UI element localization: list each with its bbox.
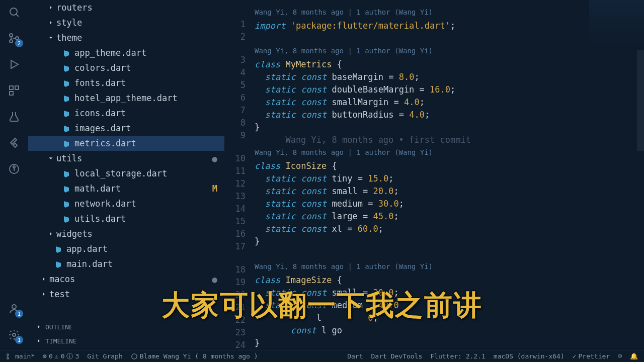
file-item[interactable]: hotel_app_theme.dart: [28, 90, 224, 106]
file-item[interactable]: main.dart: [28, 256, 224, 272]
svg-point-0: [10, 8, 17, 15]
svg-point-13: [13, 333, 16, 336]
panel-timeline[interactable]: TIMELINE: [28, 334, 224, 348]
file-tree[interactable]: routersstylethemeapp_theme.dartcolors.da…: [28, 0, 224, 320]
file-item[interactable]: network.dart: [28, 196, 224, 211]
folder-item[interactable]: routers: [28, 0, 224, 15]
folder-item[interactable]: theme: [28, 30, 224, 45]
folder-item[interactable]: utils●: [28, 151, 224, 166]
folder-item[interactable]: macos●: [28, 272, 224, 287]
source-control-icon[interactable]: 2: [7, 31, 21, 45]
file-item[interactable]: utils.dart: [28, 211, 224, 226]
svg-point-14: [7, 353, 9, 355]
debug-icon[interactable]: [7, 57, 21, 71]
flutter-icon[interactable]: [7, 136, 21, 150]
file-item[interactable]: images.dart: [28, 121, 224, 136]
code-lens[interactable]: Wang Yi, 8 months ago | 1 author (Wang Y…: [255, 45, 644, 58]
code-lens[interactable]: Wang Yi, 8 months ago | 1 author (Wang Y…: [255, 260, 644, 274]
testing-icon[interactable]: [7, 110, 21, 124]
file-item[interactable]: icons.dart: [28, 106, 224, 121]
git-graph-button[interactable]: Git Graph: [87, 352, 122, 360]
file-item[interactable]: local_storage.dart: [28, 166, 224, 181]
svg-rect-8: [10, 92, 13, 95]
subtitle-overlay: 大家可以翻一下我之前讲: [162, 287, 482, 325]
minimap[interactable]: [589, 0, 644, 45]
folder-item[interactable]: style: [28, 15, 224, 30]
platform-indicator[interactable]: macOS (darwin-x64): [494, 352, 565, 360]
feedback-icon[interactable]: ☺: [618, 352, 622, 360]
search-icon[interactable]: [7, 5, 21, 19]
code-lens[interactable]: Wang Yi, 8 months ago | 1 author (Wang Y…: [255, 6, 644, 20]
svg-marker-5: [11, 60, 18, 68]
account-badge: 1: [15, 310, 23, 318]
code-lens[interactable]: Wang Yi, 8 months ago | 1 author (Wang Y…: [255, 146, 644, 160]
flutter-version[interactable]: Flutter: 2.2.1: [430, 352, 486, 360]
file-item[interactable]: colors.dart: [28, 60, 224, 75]
settings-icon[interactable]: 1: [7, 328, 21, 342]
activity-bar: 2 1 1: [0, 0, 28, 362]
svg-point-2: [10, 34, 13, 37]
scm-badge: 2: [15, 39, 23, 47]
svg-point-15: [7, 357, 9, 359]
svg-rect-7: [15, 86, 19, 89]
svg-point-12: [12, 305, 16, 309]
settings-badge: 1: [15, 336, 23, 344]
svg-point-3: [10, 40, 13, 43]
problems-indicator[interactable]: ⊗0 ⚠0 ⓘ3: [43, 352, 79, 361]
branch-indicator[interactable]: main*: [6, 352, 35, 360]
file-item[interactable]: math.dartM: [28, 181, 224, 196]
git-icon[interactable]: [7, 162, 21, 176]
git-blame-ghost: Wang Yi, 8 months ago • first commit: [255, 135, 471, 145]
account-icon[interactable]: 1: [7, 302, 21, 316]
svg-rect-6: [10, 86, 13, 89]
folder-item[interactable]: widgets: [28, 226, 224, 241]
svg-line-1: [16, 14, 19, 17]
file-item[interactable]: metrics.dart: [28, 136, 224, 151]
scrollbar[interactable]: [637, 50, 644, 151]
svg-point-10: [13, 166, 15, 168]
bell-icon[interactable]: 🔔: [630, 352, 638, 360]
language-mode[interactable]: Dart: [347, 352, 363, 360]
file-item[interactable]: app.dart: [28, 241, 224, 256]
prettier-button[interactable]: ✓ Prettier: [573, 352, 610, 360]
devtools-button[interactable]: Dart DevTools: [371, 352, 423, 360]
file-item[interactable]: app_theme.dart: [28, 45, 224, 60]
blame-indicator[interactable]: Blame Wang Yi ( 8 months ago ): [131, 352, 258, 360]
status-bar: main* ⊗0 ⚠0 ⓘ3 Git Graph Blame Wang Yi (…: [0, 350, 644, 362]
file-item[interactable]: fonts.dart: [28, 75, 224, 90]
svg-point-16: [131, 353, 137, 359]
extensions-icon[interactable]: [7, 83, 21, 98]
